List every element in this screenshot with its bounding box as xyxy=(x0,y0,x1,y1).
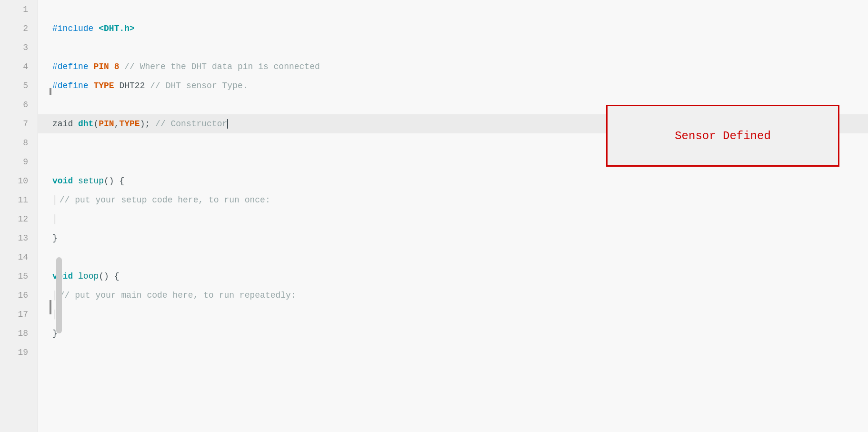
line-numbers: 1 2 3 4 5 6 7 8 9 10 11 12 13 14 15 16 1… xyxy=(0,0,38,432)
line-num-15: 15 xyxy=(18,267,28,286)
comment-2: // DHT sensor Type. xyxy=(150,81,248,90)
line-num-6: 6 xyxy=(23,95,28,114)
line-num-14: 14 xyxy=(18,248,28,267)
line-num-2: 2 xyxy=(23,19,28,38)
comment-setup: // put your setup code here, to run once… xyxy=(60,195,270,205)
code-line-10: void setup () { xyxy=(38,171,868,191)
line-indicator-top xyxy=(50,88,51,95)
line-num-16: 16 xyxy=(18,286,28,305)
setup-parens: () { xyxy=(104,176,124,186)
indent-bar-2: │ xyxy=(52,214,58,224)
code-space-6 xyxy=(145,81,150,90)
line-num-10: 10 xyxy=(18,171,28,191)
code-space-5 xyxy=(114,81,120,90)
code-line-1 xyxy=(38,0,868,19)
code-line-13: } xyxy=(38,229,868,248)
code-line-5: #define TYPE DHT22 // DHT sensor Type. xyxy=(38,76,868,95)
line-num-11: 11 xyxy=(18,191,28,210)
line-num-9: 9 xyxy=(23,152,28,171)
keyword-define-1: #define xyxy=(52,62,89,71)
close-brace-1: } xyxy=(52,233,58,243)
zaid-keyword: zaid xyxy=(52,119,78,129)
type-arg: TYPE xyxy=(119,119,140,129)
define-dht22: DHT22 xyxy=(119,81,145,90)
comment-constructor: // Constructor xyxy=(155,119,227,129)
line-indicator-bottom xyxy=(50,300,51,314)
code-space-8 xyxy=(73,176,78,186)
line-num-4: 4 xyxy=(23,57,28,76)
line-num-19: 19 xyxy=(18,343,28,362)
line-num-8: 8 xyxy=(23,133,28,152)
code-line-14 xyxy=(38,248,868,267)
line-num-5: 5 xyxy=(23,76,28,95)
editor-container: 1 2 3 4 5 6 7 8 9 10 11 12 13 14 15 16 1… xyxy=(0,0,868,432)
pin-arg: PIN xyxy=(99,119,114,129)
text-cursor xyxy=(227,119,228,129)
line-num-17: 17 xyxy=(18,305,28,324)
dht-constructor-call: dht xyxy=(78,119,93,129)
code-space-2 xyxy=(109,62,114,71)
code-line-19 xyxy=(38,343,868,362)
indent-bar-1: │ xyxy=(52,195,58,205)
define-pin-val: 8 xyxy=(114,62,120,71)
comment-loop: // put your main code here, to run repea… xyxy=(60,291,296,300)
code-space-9 xyxy=(73,271,78,281)
define-type: TYPE xyxy=(93,81,114,90)
code-space-3 xyxy=(119,62,124,71)
constructor-parens: ( xyxy=(93,119,99,129)
code-line-3 xyxy=(38,38,868,57)
code-space-1 xyxy=(89,62,94,71)
loop-parens: () { xyxy=(99,271,119,281)
line-num-13: 13 xyxy=(18,229,28,248)
setup-func: setup xyxy=(78,176,104,186)
code-line-12: │ xyxy=(38,210,868,229)
line-num-3: 3 xyxy=(23,38,28,57)
line-num-12: 12 xyxy=(18,210,28,229)
line-num-7: 7 xyxy=(23,114,28,133)
code-area[interactable]: #include <DHT.h> #define PIN 8 // Where … xyxy=(38,0,868,432)
tooltip-text: Sensor Defined xyxy=(675,130,771,142)
code-line-16: │ // put your main code here, to run rep… xyxy=(38,286,868,305)
keyword-define-2: #define xyxy=(52,81,89,90)
code-line-4: #define PIN 8 // Where the DHT data pin … xyxy=(38,57,868,76)
close-paren: ); xyxy=(140,119,150,129)
code-line-2: #include <DHT.h> xyxy=(38,19,868,38)
comment-1: // Where the DHT data pin is connected xyxy=(124,62,319,71)
code-line-11: │ // put your setup code here, to run on… xyxy=(38,191,868,210)
define-pin: PIN xyxy=(93,62,109,71)
sensor-defined-tooltip: Sensor Defined xyxy=(606,105,839,167)
line-num-1: 1 xyxy=(23,0,28,19)
code-line-18: } xyxy=(38,324,868,343)
code-space-7 xyxy=(150,119,155,129)
comma: , xyxy=(114,119,120,129)
void-keyword-2: void xyxy=(52,271,73,281)
include-space xyxy=(93,24,99,33)
void-keyword-1: void xyxy=(52,176,73,186)
code-line-15: void loop () { xyxy=(38,267,868,286)
line-num-18: 18 xyxy=(18,324,28,343)
code-line-17: │ xyxy=(38,305,868,324)
code-space-4 xyxy=(89,81,94,90)
keyword-include: #include xyxy=(52,24,93,33)
scrollbar[interactable] xyxy=(56,257,62,333)
loop-func: loop xyxy=(78,271,99,281)
include-file: <DHT.h> xyxy=(99,24,135,33)
